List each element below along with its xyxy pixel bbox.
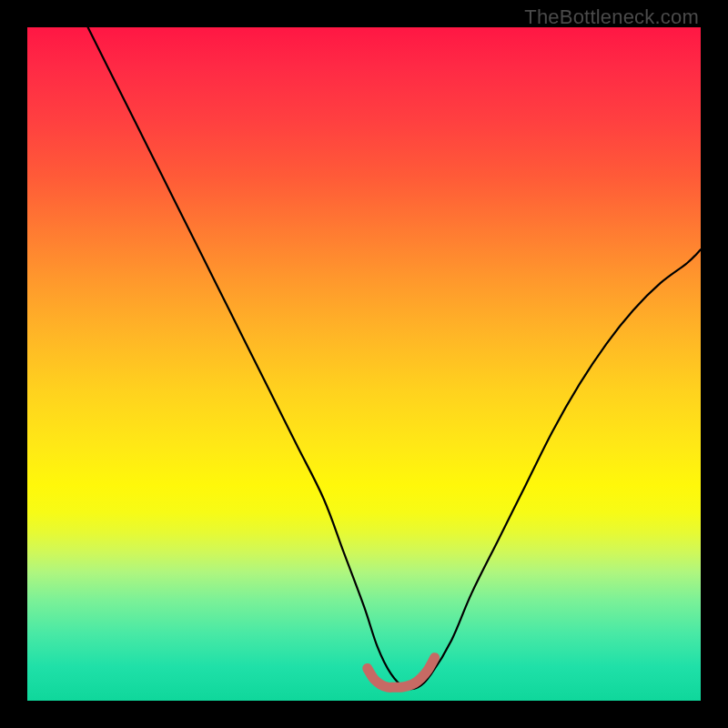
- chart-stage: TheBottleneck.com: [0, 0, 728, 728]
- curve-svg: [27, 27, 701, 701]
- gradient-plot-area: [27, 27, 701, 701]
- watermark-text: TheBottleneck.com: [524, 5, 699, 29]
- bottleneck-curve: [88, 27, 701, 689]
